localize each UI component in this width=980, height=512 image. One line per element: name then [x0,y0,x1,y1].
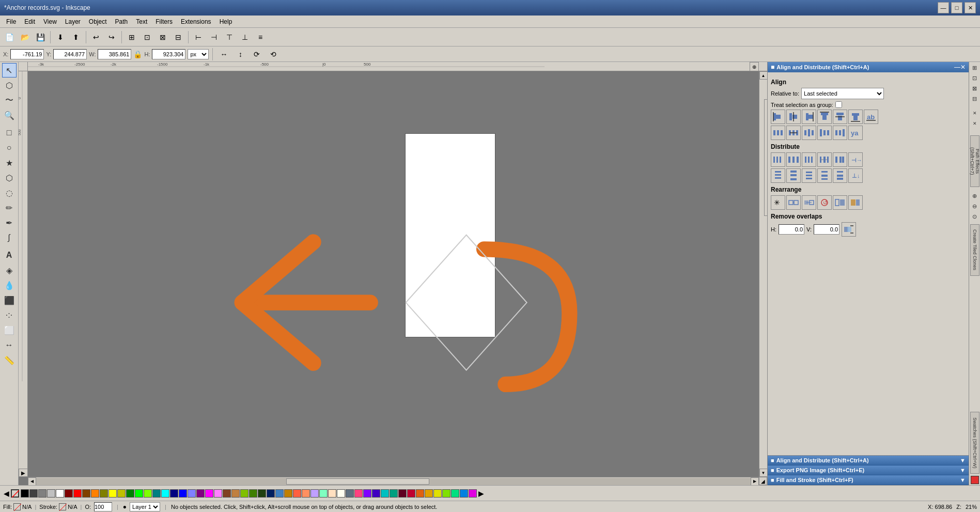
menu-object[interactable]: Object [85,17,111,26]
new-button[interactable]: 📄 [2,30,17,44]
color-chartreuse[interactable] [442,489,450,498]
right-panel-btn6[interactable]: ✕ [970,119,979,128]
color-white[interactable] [56,489,64,498]
palette-right-arrow[interactable]: ▶ [477,489,486,498]
relative-to-select[interactable]: Last selected First selected Biggest obj… [801,88,884,99]
dist-left-edges[interactable] [771,152,785,167]
no-color-swatch[interactable] [11,489,19,498]
tool-pen[interactable]: ✒ [2,215,17,230]
lock-aspect-button[interactable]: 🔒 [133,50,142,58]
color-green[interactable] [135,489,143,498]
zoom-drawing-button[interactable]: ⊠ [155,30,170,44]
align-right-edges[interactable] [802,110,816,124]
align-text-baseline[interactable]: ab [864,110,878,124]
align-panel-minimize[interactable]: — [954,64,960,71]
menu-filters[interactable]: Filters [151,17,177,26]
color-red[interactable] [73,489,82,498]
color-blue[interactable] [179,489,187,498]
menu-text[interactable]: Text [132,17,151,26]
menu-view[interactable]: View [39,17,61,26]
align-right-toolbar[interactable]: ⊤ [222,30,237,44]
vscroll-up[interactable]: ▲ [759,71,768,80]
rearrange-exchange2[interactable] [802,195,816,210]
color-lemon[interactable] [433,489,442,498]
color-salmon[interactable] [302,489,310,498]
dist-last[interactable]: ⊣→ [848,152,863,167]
tool-dropper[interactable]: 💧 [2,278,17,292]
align-left-edges[interactable] [771,110,785,124]
menu-help[interactable]: Help [215,17,237,26]
import-button[interactable]: ⬇ [53,30,68,44]
menu-edit[interactable]: Edit [20,17,39,26]
color-blue-light[interactable] [188,489,196,498]
align-top-toolbar[interactable]: ⊥ [238,30,252,44]
zoom-fit-button[interactable]: ⊞ [125,30,139,44]
tool-spiral[interactable]: ◌ [2,185,17,200]
open-button[interactable]: 📂 [18,30,32,44]
remove-overlaps-btn[interactable] [842,222,856,237]
color-red-dark[interactable] [65,489,73,498]
x-input[interactable] [10,49,44,59]
tab-path-effects[interactable]: Path Effects (Shift+Ctrl+7) [970,135,979,187]
color-amber[interactable] [425,489,433,498]
canvas-expand-btn[interactable]: ▶ [19,469,28,477]
right-zoom-out[interactable]: ⊖ [970,201,979,211]
color-purple[interactable] [205,489,213,498]
color-gray-light[interactable] [47,489,55,498]
tool-connector[interactable]: ↔ [2,338,17,352]
dist-equal-v[interactable] [817,168,832,183]
color-gold[interactable] [284,489,292,498]
y-input[interactable] [53,49,87,59]
tab-create-tiled[interactable]: Create Tiled Clones [970,224,979,276]
vscroll-down[interactable]: ▼ [759,469,768,477]
dist-right-edges[interactable] [802,152,816,167]
zoom-page-button[interactable]: ⊡ [140,30,154,44]
hscroll-track[interactable] [36,478,751,485]
tool-tweak[interactable]: 〜 [2,93,17,107]
menu-extensions[interactable]: Extensions [177,17,215,26]
tool-star[interactable]: ★ [2,156,17,170]
color-indicator[interactable] [971,476,979,484]
color-azure[interactable] [460,489,468,498]
tool-gradient[interactable]: ◈ [2,263,17,277]
w-input[interactable] [98,49,131,59]
dist-centers-h[interactable] [786,152,801,167]
rearrange-exchange5[interactable] [848,195,863,210]
color-pink[interactable] [214,489,222,498]
color-brown[interactable] [223,489,231,498]
canvas-area[interactable]: -3k -2500 -2k -1500 -1k -500 |0 500 0 50… [19,62,767,485]
color-rose[interactable] [354,489,363,498]
zoom-corner-button[interactable]: ⊕ [750,62,759,71]
treat-selection-checkbox[interactable] [835,101,842,108]
right-panel-btn1[interactable]: ⊞ [970,63,979,72]
right-panel-btn3[interactable]: ⊠ [970,84,979,93]
color-crimson[interactable] [407,489,415,498]
canvas-content[interactable] [28,71,759,477]
dist-bottom-edges[interactable] [802,168,816,183]
opacity-input[interactable] [94,502,112,511]
color-navy[interactable] [267,489,275,498]
dist-top-edges[interactable] [771,168,785,183]
color-green-light[interactable] [144,489,152,498]
tool-text[interactable]: A [2,248,17,262]
fill-swatch[interactable] [13,503,21,510]
right-zoom-in[interactable]: ⊕ [970,191,979,200]
color-pumpkin[interactable] [416,489,424,498]
export-button[interactable]: ⬆ [69,30,83,44]
maximize-button[interactable]: □ [951,2,962,13]
color-yellow-dark[interactable] [100,489,108,498]
panel-export-png[interactable]: ■ Export PNG Image (Shift+Ctrl+E) ▼ [768,466,969,475]
align-panel-close[interactable]: ✕ [960,64,966,71]
rearrange-exchange1[interactable] [786,195,801,210]
tool-pencil[interactable]: ✏ [2,200,17,215]
right-panel-btn5[interactable]: ✕ [970,108,979,118]
menu-layer[interactable]: Layer [61,17,85,26]
panel-align-distribute[interactable]: ■ Align and Distribute (Shift+Ctrl+A) ▼ [768,456,969,466]
redo-button[interactable]: ↪ [104,30,119,44]
color-maroon[interactable] [398,489,407,498]
flip-v-button[interactable]: ↕ [233,47,247,61]
tool-eraser[interactable]: ⬜ [2,323,17,337]
stroke-swatch[interactable] [59,503,66,510]
unit-select[interactable]: px mm cm in pt [188,49,209,59]
right-zoom-fit[interactable]: ⊙ [970,212,979,221]
